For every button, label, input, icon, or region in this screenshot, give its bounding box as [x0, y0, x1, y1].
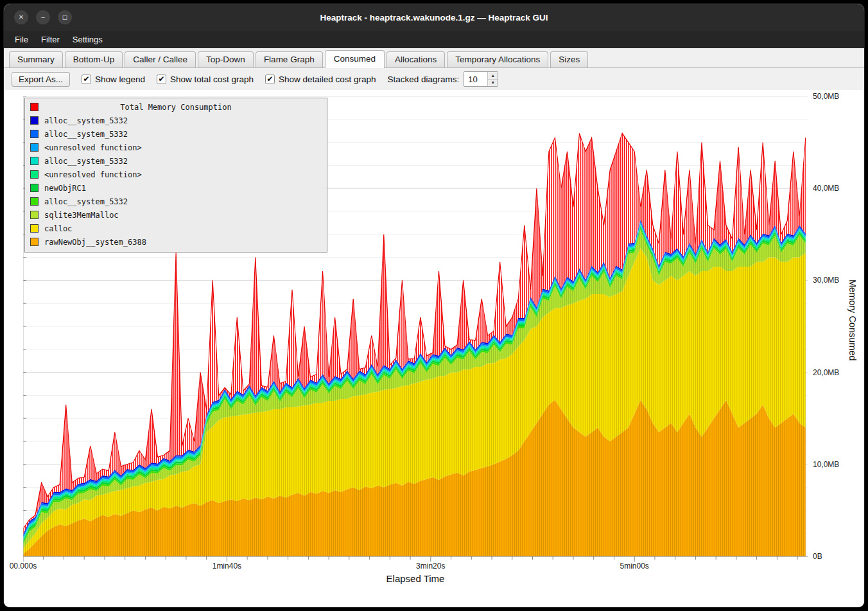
- checkbox-box[interactable]: ✔: [265, 75, 275, 84]
- checkbox-box[interactable]: ✔: [157, 75, 166, 84]
- tab-bar: SummaryBottom-UpCaller / CalleeTop-DownF…: [4, 48, 864, 68]
- titlebar[interactable]: ✕–◻ Heaptrack - heaptrack.wakunode.1.gz …: [4, 4, 864, 31]
- legend-title: Total Memory Consumption: [120, 103, 231, 112]
- menu-filter[interactable]: Filter: [35, 33, 65, 46]
- chart-area: Total Memory Consumption alloc__system_5…: [4, 90, 864, 607]
- legend-label: rawNewObj__system_6388: [44, 238, 146, 247]
- legend-swatch: [30, 211, 39, 219]
- menu-file[interactable]: File: [9, 33, 34, 46]
- legend-swatch: [30, 170, 39, 179]
- window-title: Heaptrack - heaptrack.wakunode.1.gz — He…: [320, 13, 548, 22]
- legend-swatch: [30, 157, 39, 165]
- spin-down-button[interactable]: ▾: [488, 80, 498, 87]
- minimize-button[interactable]: –: [36, 10, 50, 24]
- toolbar-checkboxes: ✔Show legend✔Show total cost graph✔Show …: [82, 75, 376, 84]
- legend-rows: alloc__system_5332alloc__system_5332<unr…: [25, 114, 327, 249]
- tab-summary[interactable]: Summary: [9, 51, 63, 67]
- y-tick-10-0mb: 10,0MB: [813, 460, 839, 469]
- checkbox-show-legend[interactable]: ✔Show legend: [82, 75, 145, 84]
- stacked-diagrams-group: Stacked diagrams: ▴ ▾: [388, 71, 499, 87]
- window-controls: ✕–◻: [14, 10, 72, 24]
- stacked-diagrams-spinbox[interactable]: ▴ ▾: [464, 71, 498, 87]
- legend-total-swatch: [30, 103, 39, 111]
- y-tick-40-0mb: 40,0MB: [813, 184, 839, 193]
- checkbox-box[interactable]: ✔: [82, 75, 91, 84]
- legend-label: calloc: [44, 224, 72, 233]
- legend-swatch: [30, 238, 39, 246]
- x-tick-5min00s: 5min00s: [605, 562, 663, 571]
- legend-item-alloc-system-5332: alloc__system_5332: [25, 127, 327, 141]
- legend-title-row: Total Memory Consumption: [25, 100, 327, 114]
- checkbox-label: Show total cost graph: [170, 75, 254, 84]
- legend-label: alloc__system_5332: [44, 197, 128, 206]
- tab-top-down[interactable]: Top-Down: [198, 51, 254, 67]
- x-tick-1min40s: 1min40s: [198, 562, 256, 571]
- menu-settings[interactable]: Settings: [67, 33, 108, 46]
- y-tick-0b: 0B: [813, 552, 822, 561]
- legend-item-newobjrc1: newObjRC1: [25, 181, 327, 195]
- legend-item-alloc-system-5332: alloc__system_5332: [25, 195, 327, 208]
- checkbox-show-total-cost-graph[interactable]: ✔Show total cost graph: [157, 75, 254, 84]
- tab-bottom-up[interactable]: Bottom-Up: [65, 51, 123, 67]
- legend-label: <unresolved function>: [44, 170, 142, 179]
- legend-swatch: [30, 116, 39, 125]
- x-axis-title: Elapsed Time: [23, 573, 808, 584]
- legend-item-alloc-system-5332: alloc__system_5332: [25, 154, 327, 168]
- legend-label: sqlite3MemMalloc: [44, 211, 119, 220]
- toolbar: Export As... ✔Show legend✔Show total cos…: [4, 68, 864, 90]
- y-axis-title: Memory Consumed: [847, 279, 858, 361]
- export-as-button[interactable]: Export As...: [12, 72, 70, 87]
- checkbox-show-detailed-cost-graph[interactable]: ✔Show detailed cost graph: [265, 75, 376, 84]
- legend-item-rawnewobj-system-6388: rawNewObj__system_6388: [25, 235, 327, 249]
- menu-bar: FileFilterSettings: [4, 31, 864, 48]
- legend-item-alloc-system-5332: alloc__system_5332: [25, 114, 327, 127]
- legend-label: newObjRC1: [44, 184, 86, 193]
- app-window: ✕–◻ Heaptrack - heaptrack.wakunode.1.gz …: [4, 4, 864, 607]
- legend-swatch: [30, 130, 39, 138]
- x-tick-00-000s: 00.000s: [4, 562, 52, 571]
- checkbox-label: Show legend: [95, 75, 145, 84]
- tab-allocations[interactable]: Allocations: [386, 51, 445, 67]
- stacked-diagrams-input[interactable]: [464, 72, 487, 86]
- tab-consumed[interactable]: Consumed: [325, 50, 385, 68]
- tab-temporary-allocations[interactable]: Temporary Allocations: [447, 51, 548, 67]
- legend-label: alloc__system_5332: [44, 130, 128, 139]
- y-tick-20-0mb: 20,0MB: [813, 368, 839, 377]
- legend-label: alloc__system_5332: [44, 116, 128, 125]
- tab-flame-graph[interactable]: Flame Graph: [256, 51, 323, 67]
- legend-label: <unresolved function>: [44, 143, 142, 152]
- legend-label: alloc__system_5332: [44, 157, 128, 166]
- y-tick-30-0mb: 30,0MB: [813, 276, 839, 285]
- legend-item-calloc: calloc: [25, 222, 327, 235]
- stacked-diagrams-label: Stacked diagrams:: [388, 75, 460, 84]
- legend-swatch: [30, 224, 39, 233]
- chart-legend: Total Memory Consumption alloc__system_5…: [24, 98, 327, 252]
- legend-swatch: [30, 197, 39, 206]
- checkbox-label: Show detailed cost graph: [279, 75, 376, 84]
- maximize-button[interactable]: ◻: [58, 10, 72, 24]
- tab-sizes[interactable]: Sizes: [550, 51, 588, 67]
- legend-item-sqlite3memmalloc: sqlite3MemMalloc: [25, 208, 327, 222]
- spin-up-button[interactable]: ▴: [488, 72, 498, 80]
- legend-swatch: [30, 184, 39, 192]
- legend-swatch: [30, 143, 39, 152]
- legend-item-unresolved-function: <unresolved function>: [25, 168, 327, 181]
- close-button[interactable]: ✕: [14, 10, 28, 24]
- y-tick-50-0mb: 50,0MB: [813, 92, 839, 101]
- x-tick-3min20s: 3min20s: [402, 562, 460, 571]
- spin-buttons: ▴ ▾: [487, 72, 498, 86]
- legend-item-unresolved-function: <unresolved function>: [25, 141, 327, 154]
- tab-caller-callee[interactable]: Caller / Callee: [125, 51, 196, 67]
